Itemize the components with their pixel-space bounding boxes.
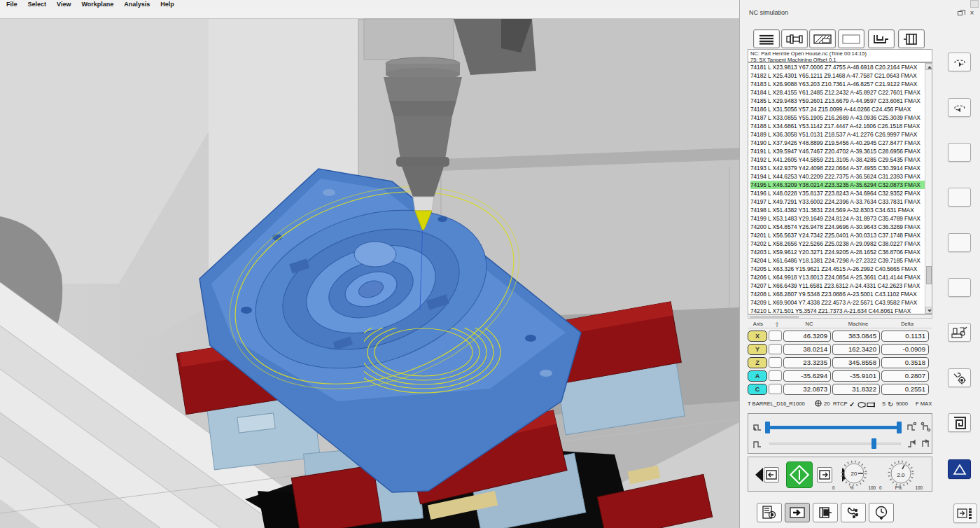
axis-button[interactable]: Z: [748, 357, 767, 368]
nc-program-line[interactable]: 74203 L X59.9612 Y20.3271 Z24.9205 A-28.…: [750, 248, 932, 256]
nc-program-line[interactable]: 74210 L X71.501 Y5.3574 Z21.7373 A-21.63…: [750, 307, 932, 314]
range-end-handle[interactable]: [897, 422, 902, 433]
nc-program-line[interactable]: 74206 L X64.9918 Y13.8013 Z24.0854 A-25.…: [750, 273, 932, 282]
axis-limit-box[interactable]: [769, 344, 782, 354]
menu-item[interactable]: Select: [28, 0, 47, 9]
nc-list-scrollbar[interactable]: [925, 63, 932, 314]
range-loop-icon[interactable]: [920, 421, 930, 432]
nc-program-line[interactable]: 74195 L X46.3209 Y38.0214 Z23.3235 A-35.…: [750, 181, 932, 189]
nc-program-line[interactable]: 74186 L X31.5056 Y57.24 Z15.0099 A-44.02…: [750, 105, 932, 113]
rotate-view-a-button[interactable]: [948, 53, 971, 71]
step-forward-button[interactable]: [817, 467, 832, 482]
nc-program-line[interactable]: 74198 L X51.4382 Y31.3831 Z24.569 A-32.8…: [750, 206, 932, 214]
axis-button[interactable]: A: [748, 370, 767, 382]
machine-display-button[interactable]: [813, 503, 838, 522]
nc-program-line[interactable]: 74196 L X48.0228 Y35.8137 Z23.8243 A-34.…: [750, 189, 932, 197]
nc-list-hscrollbar[interactable]: [748, 314, 932, 319]
feed-dial[interactable]: 2.0: [885, 459, 917, 487]
tool-status-row: T BARREL_D16_R1000 20 RTCP ✓ S ↻ 9000 F …: [748, 400, 932, 410]
range-end-icon[interactable]: [906, 421, 916, 432]
nc-program-line[interactable]: 74208 L X68.2807 Y9.5348 Z23.0886 A-23.5…: [750, 290, 932, 298]
range-slider-track[interactable]: [769, 426, 901, 429]
nc-settings-button[interactable]: [757, 503, 782, 522]
tool-data-button[interactable]: [841, 503, 866, 522]
play-button[interactable]: [786, 461, 813, 488]
nc-program-line[interactable]: 74185 L X29.9483 Y59.2601 Z13.6679 A-44.…: [750, 97, 932, 105]
panel-titlebar[interactable]: NC simulation ×: [740, 8, 980, 19]
axis-button[interactable]: X: [748, 331, 767, 342]
axis-limit-box[interactable]: [769, 384, 782, 394]
menu-item[interactable]: View: [57, 0, 71, 9]
hscrollbar-thumb[interactable]: [750, 316, 799, 318]
range-start-icon[interactable]: [752, 421, 762, 432]
step-back-button[interactable]: [764, 467, 779, 482]
menu-item[interactable]: Analysis: [124, 0, 150, 9]
float-panel-icon[interactable]: [956, 9, 964, 17]
simulation-settings-button[interactable]: [948, 368, 971, 387]
scroll-up-icon[interactable]: [925, 63, 932, 70]
nc-program-line[interactable]: 74204 L X61.6486 Y18.1381 Z24.7298 A-27.…: [750, 256, 932, 265]
position-step-icon[interactable]: [906, 438, 916, 449]
speed-dial-value: 20: [851, 471, 858, 477]
speed-dial-min: 0: [832, 485, 835, 490]
scroll-down-icon[interactable]: [925, 307, 932, 314]
nc-program-line[interactable]: 74199 L X53.1483 Y29.1649 Z24.8124 A-31.…: [750, 214, 932, 223]
nc-program-line[interactable]: 74194 L X44.6253 Y40.2209 Z22.7375 A-36.…: [750, 172, 932, 181]
machine-head-icon: [902, 33, 921, 46]
blank-display-button[interactable]: [838, 29, 864, 48]
view-slot-2-button[interactable]: [948, 188, 971, 207]
stock-display-button[interactable]: [809, 29, 836, 48]
nc-program-line[interactable]: 74201 L X56.5637 Y24.7342 Z25.0401 A-30.…: [750, 231, 932, 239]
nc-block-list-button[interactable]: [953, 503, 977, 523]
nc-program-line[interactable]: 74183 L X26.9088 Y63.203 Z10.7361 A-46.8…: [750, 80, 932, 88]
axis-button[interactable]: C: [748, 384, 767, 395]
nc-program-line[interactable]: 74184 L X28.4155 Y61.2485 Z12.2432 A-45.…: [750, 88, 932, 97]
machine-simulation-button[interactable]: [948, 323, 971, 342]
nc-program-line[interactable]: 74197 L X49.7291 Y33.6002 Z24.2396 A-33.…: [750, 197, 932, 206]
machine-head-display-button[interactable]: [898, 29, 925, 48]
stock-spiral-button[interactable]: [948, 413, 971, 432]
position-start-icon[interactable]: [752, 438, 762, 449]
close-panel-icon[interactable]: ×: [968, 9, 976, 17]
nc-program-line[interactable]: 74191 L X39.5947 Y46.7467 Z20.4702 A-39.…: [750, 147, 932, 155]
nc-program-line[interactable]: 74181 L X23.9813 Y67.0006 Z7.4755 A-48.6…: [750, 63, 932, 71]
rotate-view-c-button[interactable]: [948, 98, 971, 117]
nc-program-line[interactable]: 74189 L X36.3058 Y51.0131 Z18.537 A-41.2…: [750, 130, 932, 139]
nc-program-line[interactable]: 74200 L X54.8574 Y26.9478 Z24.9696 A-30.…: [750, 223, 932, 231]
single-step-mode-button[interactable]: [785, 503, 810, 522]
menu-item[interactable]: File: [6, 0, 18, 9]
view-slot-4-button[interactable]: [948, 278, 971, 297]
collision-warning-button[interactable]: [948, 459, 971, 479]
step-back-arrow-icon[interactable]: [755, 468, 763, 482]
position-jump-icon[interactable]: [920, 438, 930, 449]
axis-limit-box[interactable]: [769, 357, 782, 368]
nc-program-line[interactable]: 74209 L X69.9004 Y7.4338 Z22.4573 A-22.5…: [750, 298, 932, 307]
scrollbar-thumb[interactable]: [926, 266, 932, 284]
menu-item[interactable]: Workplane: [81, 0, 113, 9]
nc-program-line[interactable]: 74190 L X37.9426 Y48.8899 Z19.5456 A-40.…: [750, 139, 932, 147]
machine-bed-display-button[interactable]: [868, 29, 895, 48]
menu-item[interactable]: Help: [160, 0, 174, 9]
nc-program-line[interactable]: 74205 L X63.326 Y15.9621 Z24.4515 A-26.2…: [750, 265, 932, 273]
3d-viewport[interactable]: [0, 9, 739, 528]
nc-program-view-button[interactable]: [753, 29, 780, 48]
nc-program-line[interactable]: 74182 L X25.4301 Y65.1211 Z9.1468 A-47.7…: [750, 71, 932, 80]
nc-program-line[interactable]: 74187 L X33.0855 Y55.1905 Z16.2689 A-43.…: [750, 113, 932, 122]
nc-program-line[interactable]: 74193 L X42.9379 Y42.4098 Z22.0664 A-37.…: [750, 164, 932, 172]
nc-program-list[interactable]: 74181 L X23.9813 Y67.0006 Z7.4755 A-48.6…: [748, 62, 932, 314]
view-slot-1-button[interactable]: [948, 143, 971, 162]
position-handle[interactable]: [872, 438, 876, 449]
axis-button[interactable]: Y: [748, 344, 767, 355]
nc-program-line[interactable]: 74188 L X34.6861 Y53.1142 Z17.4447 A-42.…: [750, 122, 932, 130]
nc-program-line[interactable]: 74202 L X58.2656 Y22.5266 Z25.0238 A-29.…: [750, 239, 932, 248]
nc-program-line[interactable]: 74207 L X66.6439 Y11.6581 Z23.6312 A-24.…: [750, 282, 932, 290]
nc-program-line[interactable]: 74192 L X41.2605 Y44.5859 Z21.3105 A-38.…: [750, 155, 932, 164]
tool-display-button[interactable]: [781, 29, 808, 48]
range-start-handle[interactable]: [765, 422, 770, 433]
time-analysis-button[interactable]: [869, 503, 894, 522]
axis-limit-box[interactable]: [769, 331, 782, 341]
view-slot-3-button[interactable]: [948, 233, 971, 252]
position-slider-track[interactable]: [769, 443, 901, 445]
axis-limit-box[interactable]: [769, 370, 782, 381]
speed-dial[interactable]: 20: [838, 459, 870, 487]
